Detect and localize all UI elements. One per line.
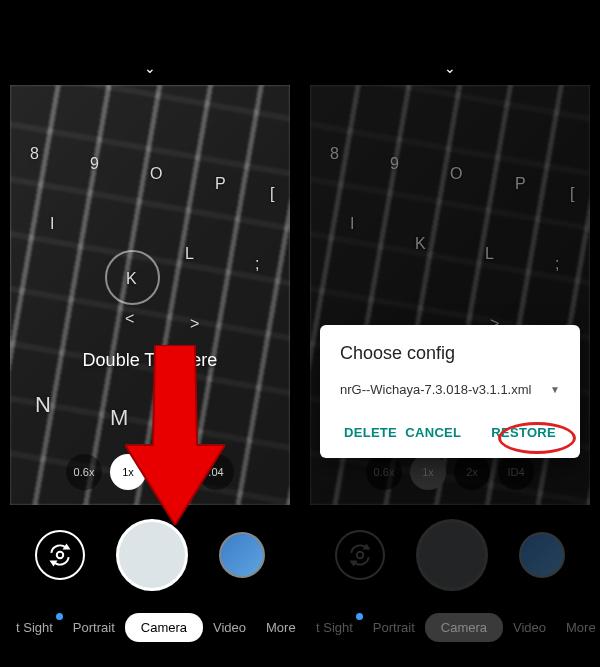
mode-more[interactable]: More xyxy=(256,614,300,641)
screenshot-left: ⌄ 8 9 O P [ I L ; K > < N M Double Tap H… xyxy=(0,0,300,667)
zoom-option-active: 1x xyxy=(410,454,446,490)
zoom-option: 0.6x xyxy=(366,454,402,490)
mode-label: t Sight xyxy=(316,620,353,635)
zoom-option-active[interactable]: 1x xyxy=(110,454,146,490)
mode-portrait[interactable]: Portrait xyxy=(63,614,125,641)
mode-night-sight[interactable]: t Sight xyxy=(6,614,63,641)
chevron-down-icon[interactable]: ⌄ xyxy=(144,60,156,76)
key-label: < xyxy=(125,310,134,328)
shutter-button[interactable] xyxy=(116,519,188,591)
zoom-selector: 0.6x 1x 2x .04 xyxy=(10,454,290,490)
key-label: 8 xyxy=(30,145,39,163)
zoom-option: 2x xyxy=(454,454,490,490)
key-label: L xyxy=(485,245,494,263)
config-dropdown[interactable]: nrG--Wichaya-7.3.018-v3.1.1.xml ▼ xyxy=(340,382,560,397)
gallery-thumbnail[interactable] xyxy=(219,532,265,578)
key-label: [ xyxy=(570,185,574,203)
dialog-title: Choose config xyxy=(340,343,560,364)
key-label: [ xyxy=(270,185,274,203)
mode-selector[interactable]: t Sight Portrait Camera Video More xyxy=(0,613,300,642)
zoom-option[interactable]: 0.6x xyxy=(66,454,102,490)
gallery-thumbnail xyxy=(519,532,565,578)
key-label: ; xyxy=(255,255,259,273)
mode-night-sight: t Sight xyxy=(306,614,363,641)
hint-text: Double Tap Here xyxy=(10,350,290,371)
mode-camera[interactable]: Camera xyxy=(125,613,203,642)
camera-controls xyxy=(0,510,300,600)
mode-camera: Camera xyxy=(425,613,503,642)
key-label: I xyxy=(350,215,354,233)
key-label: I xyxy=(50,215,54,233)
mode-more: More xyxy=(556,614,600,641)
key-label: L xyxy=(185,245,194,263)
key-label: P xyxy=(215,175,226,193)
zoom-option[interactable]: 2x xyxy=(154,454,190,490)
switch-camera-button[interactable] xyxy=(35,530,85,580)
svg-point-1 xyxy=(357,552,364,559)
mode-portrait: Portrait xyxy=(363,614,425,641)
key-label: K xyxy=(415,235,426,253)
cancel-button[interactable]: CANCEL xyxy=(401,419,465,446)
chevron-down-icon[interactable]: ⌄ xyxy=(444,60,456,76)
mode-video[interactable]: Video xyxy=(203,614,256,641)
key-label: M xyxy=(110,405,128,431)
zoom-option[interactable]: .04 xyxy=(198,454,234,490)
badge-dot xyxy=(356,613,363,620)
key-label: N xyxy=(35,392,51,418)
key-label: > xyxy=(190,315,199,333)
status-bar: ⌄ xyxy=(0,0,300,70)
status-bar: ⌄ xyxy=(300,0,600,70)
switch-camera-button xyxy=(335,530,385,580)
mode-video: Video xyxy=(503,614,556,641)
focus-ring xyxy=(105,250,160,305)
key-label: P xyxy=(515,175,526,193)
caret-down-icon: ▼ xyxy=(550,384,560,395)
key-label: 9 xyxy=(90,155,99,173)
key-label: O xyxy=(450,165,462,183)
delete-button[interactable]: DELETE xyxy=(340,419,401,446)
key-label: 9 xyxy=(390,155,399,173)
screenshot-right: ⌄ 8 9 O P [ I L ; K > N M 0.6x 1x 2x ID4 xyxy=(300,0,600,667)
zoom-option: ID4 xyxy=(498,454,534,490)
dialog-actions: DELETE CANCEL RESTORE xyxy=(340,419,560,446)
mode-selector: t Sight Portrait Camera Video More xyxy=(300,613,600,642)
camera-viewfinder[interactable]: 8 9 O P [ I L ; K > < N M Double Tap Her… xyxy=(10,85,290,505)
badge-dot xyxy=(56,613,63,620)
camera-controls xyxy=(300,510,600,600)
mode-label: t Sight xyxy=(16,620,53,635)
restore-button[interactable]: RESTORE xyxy=(487,419,560,446)
config-dialog: Choose config nrG--Wichaya-7.3.018-v3.1.… xyxy=(320,325,580,458)
switch-camera-icon xyxy=(347,542,373,568)
key-label: 8 xyxy=(330,145,339,163)
key-label: ; xyxy=(555,255,559,273)
key-label: O xyxy=(150,165,162,183)
zoom-selector: 0.6x 1x 2x ID4 xyxy=(310,454,590,490)
shutter-button xyxy=(416,519,488,591)
switch-camera-icon xyxy=(47,542,73,568)
config-selected-value: nrG--Wichaya-7.3.018-v3.1.1.xml xyxy=(340,382,531,397)
svg-point-0 xyxy=(57,552,64,559)
